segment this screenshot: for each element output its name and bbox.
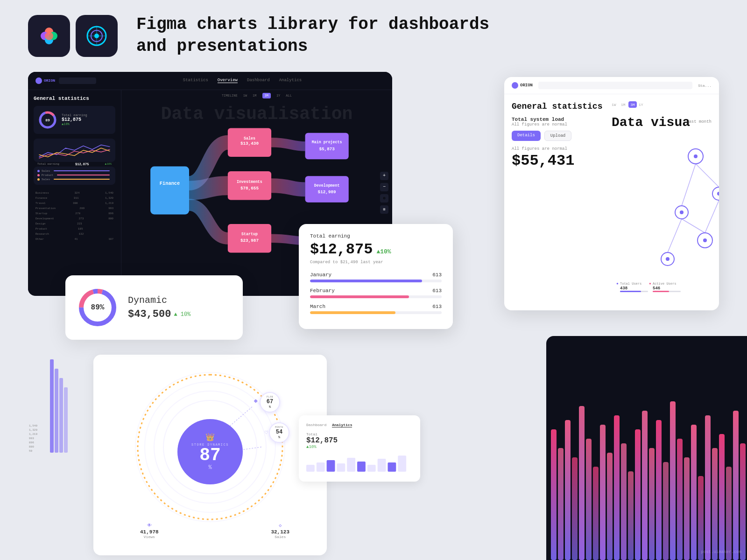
svg-rect-14 [150,166,189,214]
lbc-amount: $12,875 [306,436,413,445]
svg-rect-80 [558,448,564,560]
svg-rect-88 [614,415,620,560]
svg-rect-79 [551,429,557,560]
month-january: January 613 [310,272,442,282]
svg-rect-107 [306,465,315,472]
svg-text:$23,987: $23,987 [240,238,259,243]
svg-rect-59 [620,291,641,292]
tl-1m[interactable]: 1M [253,94,256,98]
logo-container [28,15,118,57]
svg-rect-91 [635,429,641,560]
settings-btn[interactable]: ⚙ [380,194,388,203]
upload-button[interactable]: Upload [544,131,571,141]
tl-3m[interactable]: 3M [262,93,271,98]
svg-point-50 [694,154,698,158]
svg-rect-76 [55,369,58,453]
svg-rect-110 [337,463,345,472]
svg-rect-103 [719,434,725,560]
details-button[interactable]: Details [512,131,541,141]
svg-rect-81 [565,420,571,560]
table-mini: Business3241,540 Finance3111,320 Travel3… [34,189,115,244]
te-amount: $12,875 [310,241,373,258]
svg-point-51 [717,192,719,196]
legend-items: Sales Product Sales [34,167,115,185]
svg-rect-116 [398,455,406,472]
nav-analytics[interactable]: Analytics [279,78,302,83]
svg-rect-102 [712,448,718,560]
zoom-out[interactable]: − [380,183,388,191]
earning-val: $12,875 [62,117,87,122]
orion-logo [76,15,118,57]
svg-line-45 [696,164,719,187]
dynamic-info: Dynamic $43,500 ▲ 10% [128,295,232,320]
svg-rect-89 [621,443,627,560]
svg-text:$13,430: $13,430 [240,141,259,146]
dash-nav-center: Statistics Overview Dashboard Analytics [100,78,385,83]
svg-rect-108 [317,462,325,472]
light-nav: ORION Sta... [504,77,719,94]
svg-text:Data visua: Data visua [612,115,690,130]
lbc-nav-analytics[interactable]: Analytics [332,423,352,427]
dyn-pct: ▲ 10% [174,311,190,318]
tl-1w[interactable]: 1W [243,94,247,98]
heart-icon: ♡ [265,429,268,436]
te-pct: ▲10% [376,248,391,255]
svg-text:●: ● [616,281,619,286]
svg-text:Startup: Startup [241,231,258,236]
network-graph: 1W 1M 3M 1Y Data visua [612,100,719,296]
dyn-amount: $43,500 [128,308,171,320]
svg-rect-99 [691,425,697,560]
nav-overview[interactable]: Overview [218,78,238,83]
svg-text:1M: 1M [621,103,626,107]
svg-text:1Y: 1Y [639,103,643,107]
donut-wrapper: 89% [77,287,119,329]
plan-badge: PLAN 67 % [260,392,280,413]
svg-rect-94 [656,420,662,560]
light-bottom-card: Dashboard Analytics Total $12,875 ▲10% [299,415,420,482]
donut-section: 89 Total earning $12,875 ▲10% [34,106,115,134]
svg-text:Total Users: Total Users [620,282,641,286]
lbc-pct: ▲10% [306,445,317,449]
light-dashboard: ORION Sta... General statistics Total sy… [504,77,719,310]
dash-controls: + − ⚙ ⊞ [380,172,388,214]
lbc-nav-dashboard[interactable]: Dashboard [306,423,326,427]
dark-bar-chart: post.uimaker.com [546,336,747,560]
svg-rect-112 [357,462,366,472]
svg-text:1W: 1W [612,103,616,107]
dash-logo: ORION [35,77,55,84]
diamond-icon: ◆ [254,397,258,405]
svg-rect-84 [586,439,592,560]
svg-text:546: 546 [653,286,660,291]
svg-rect-77 [59,378,63,453]
svg-rect-101 [705,415,711,560]
header: Figma charts library for dashboards and … [0,0,747,72]
nav-statistics[interactable]: Statistics [183,78,208,83]
svg-rect-105 [733,411,739,560]
svg-rect-78 [64,387,68,453]
store-dynamics-circle: 👑 STORE DYNAMICS 87 % [177,419,243,484]
svg-rect-106 [740,443,746,560]
figma-logo [28,15,70,57]
svg-rect-93 [649,448,655,560]
svg-rect-115 [388,462,396,472]
svg-text:$78,655: $78,655 [240,186,259,191]
svg-text:Finance: Finance [160,180,180,186]
nav-dashboard[interactable]: Dashboard [247,78,270,83]
svg-point-54 [666,257,669,261]
earning-up: ▲10% [62,122,87,126]
svg-rect-92 [642,411,648,560]
header-title: Figma charts library for dashboards and … [136,14,489,58]
svg-rect-104 [726,467,732,560]
svg-point-53 [703,238,707,242]
svg-point-52 [680,210,684,214]
lbc-nav: Dashboard Analytics [306,423,413,427]
total-earning-card: Total earning $12,875 ▲10% Compared to $… [299,224,453,329]
te-compare: Compared to $21,490 last year [310,260,442,265]
svg-rect-82 [572,457,578,560]
dyn-title: Dynamic [128,295,232,306]
svg-rect-90 [628,471,634,560]
tl-all[interactable]: ALL [286,94,292,98]
filter-btn[interactable]: ⊞ [380,205,388,214]
zoom-in[interactable]: + [380,172,388,180]
tl-1y[interactable]: 1Y [276,94,280,98]
